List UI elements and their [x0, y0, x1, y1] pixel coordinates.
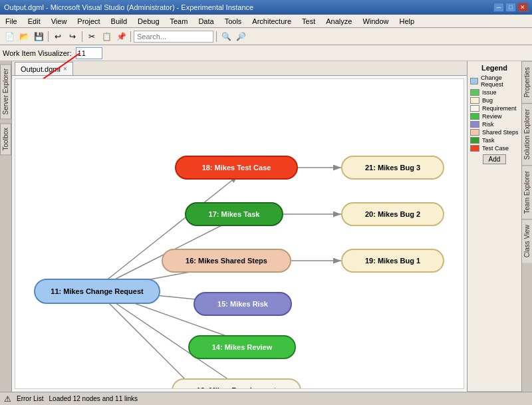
legend-item-label: Task [482, 137, 495, 144]
close-button[interactable]: ✕ [517, 3, 528, 12]
menu-analyze[interactable]: Analyze [323, 17, 354, 26]
toolbar-zoom-out[interactable]: 🔎 [234, 30, 247, 43]
menu-data[interactable]: Data [196, 17, 216, 26]
legend-color-swatch [470, 97, 479, 104]
toolbar-sep-3 [130, 31, 131, 42]
output-dgml-tab[interactable]: Output.dgml × [15, 62, 73, 75]
toolbar-sep-2 [82, 31, 82, 42]
minimize-button[interactable]: ─ [493, 3, 504, 12]
legend-item: Risk [470, 121, 519, 128]
error-list-icon: ⚠ [4, 394, 11, 404]
toolbar-sep-4 [216, 31, 217, 42]
class-view-tab[interactable]: Class View [522, 219, 532, 263]
legend-color-swatch [470, 113, 479, 120]
legend-item-label: Risk [482, 121, 494, 128]
status-message: Loaded 12 nodes and 11 links [49, 395, 138, 402]
toolbar-open[interactable]: 📂 [17, 30, 31, 43]
menu-help[interactable]: Help [397, 17, 418, 26]
title-text: Output.dgml - Microsoft Visual Studio (A… [4, 3, 253, 11]
legend-item-label: Issue [482, 89, 497, 96]
legend-item-label: Bug [482, 97, 493, 104]
legend-color-swatch [470, 129, 479, 136]
title-bar: Output.dgml - Microsoft Visual Studio (A… [0, 0, 532, 15]
visualizer-input[interactable] [76, 47, 102, 59]
node-n14[interactable]: 14: Mikes Review [188, 335, 296, 359]
node-n11[interactable]: 11: Mikes Change Request [34, 279, 160, 304]
menu-edit[interactable]: Edit [25, 17, 43, 26]
legend-color-swatch [470, 137, 479, 144]
left-sidebar: Server Explorer Toolbox [0, 61, 12, 392]
tab-bar: Output.dgml × [12, 61, 467, 76]
legend-item: Requirement [470, 105, 519, 112]
legend-panel: Legend Change RequestIssueBugRequirement… [467, 61, 521, 392]
node-n21[interactable]: 21: Mikes Bug 3 [341, 156, 444, 180]
toolbar-search[interactable] [134, 31, 213, 43]
node-n17[interactable]: 17: Mikes Task [185, 202, 283, 226]
legend-item-label: Review [482, 113, 502, 120]
menu-debug[interactable]: Debug [135, 17, 162, 26]
node-n19[interactable]: 19: Mikes Bug 1 [341, 249, 444, 273]
legend-add-button[interactable]: Add [483, 154, 507, 164]
node-n18[interactable]: 18: Mikes Test Case [175, 156, 298, 180]
node-n15[interactable]: 15: Mikes Risk [194, 292, 292, 316]
menu-window[interactable]: Window [360, 17, 391, 26]
main-container: Server Explorer Toolbox Output.dgml × [0, 61, 532, 392]
menu-architecture[interactable]: Architecture [249, 17, 294, 26]
menu-team[interactable]: Team [168, 17, 191, 26]
toolbar-copy[interactable]: 📋 [100, 30, 113, 43]
legend-title: Legend [470, 64, 519, 72]
maximize-button[interactable]: □ [505, 3, 516, 12]
legend-item: Bug [470, 97, 519, 104]
legend-items: Change RequestIssueBugRequirementReviewR… [470, 74, 519, 152]
tab-label: Output.dgml [21, 65, 61, 73]
legend-item: Issue [470, 89, 519, 96]
menu-build[interactable]: Build [108, 17, 130, 26]
status-bar: ⚠ Error List Loaded 12 nodes and 11 link… [0, 392, 532, 405]
legend-item-label: Test Case [482, 145, 509, 152]
right-tabs: Properties Solution Explorer Team Explor… [521, 61, 532, 392]
toolbar-cut[interactable]: ✂ [85, 30, 98, 43]
node-n20[interactable]: 20: Mikes Bug 2 [341, 202, 444, 226]
legend-item: Review [470, 113, 519, 120]
team-explorer-tab[interactable]: Team Explorer [522, 165, 532, 219]
visualizer-label: Work Item Visualizer: [3, 49, 72, 57]
server-explorer-tab[interactable]: Server Explorer [0, 64, 11, 119]
legend-item-label: Requirement [482, 105, 517, 112]
node-n13[interactable]: 13: Mikes Requirement [172, 378, 301, 389]
toolbox-tab[interactable]: Toolbox [0, 123, 11, 155]
menu-file[interactable]: File [3, 17, 20, 26]
solution-explorer-tab[interactable]: Solution Explorer [522, 103, 532, 165]
legend-item: Task [470, 137, 519, 144]
toolbar-new[interactable]: 📄 [3, 30, 16, 43]
visualizer-bar: Work Item Visualizer: [0, 45, 532, 61]
menu-test[interactable]: Test [299, 17, 318, 26]
toolbar-sep-1 [48, 31, 49, 42]
node-n16[interactable]: 16: Mikes Shared Steps [162, 249, 291, 273]
legend-color-swatch [470, 78, 478, 84]
toolbar: 📄 📂 💾 ↩ ↪ ✂ 📋 📌 🔍 🔎 [0, 28, 532, 45]
toolbar-save[interactable]: 💾 [32, 30, 45, 43]
error-list-label[interactable]: Error List [17, 395, 44, 402]
menu-tools[interactable]: Tools [222, 17, 245, 26]
menu-bar: File Edit View Project Build Debug Team … [0, 15, 532, 28]
legend-color-swatch [470, 89, 479, 96]
legend-item: Change Request [470, 74, 519, 88]
menu-project[interactable]: Project [74, 17, 102, 26]
properties-tab[interactable]: Properties [522, 61, 532, 103]
menu-view[interactable]: View [49, 17, 70, 26]
legend-color-swatch [470, 105, 479, 112]
right-sidebar: Legend Change RequestIssueBugRequirement… [467, 61, 521, 392]
legend-color-swatch [470, 121, 479, 128]
tab-close-icon[interactable]: × [63, 65, 67, 72]
legend-item: Test Case [470, 145, 519, 152]
canvas-area[interactable]: 11: Mikes Change Request18: Mikes Test C… [15, 78, 464, 389]
toolbar-paste[interactable]: 📌 [114, 30, 128, 43]
toolbar-undo[interactable]: ↩ [51, 30, 65, 43]
window-controls: ─ □ ✕ [493, 3, 528, 12]
doc-area: Output.dgml × [12, 61, 467, 392]
legend-color-swatch [470, 145, 479, 152]
legend-item: Shared Steps [470, 129, 519, 136]
legend-item-label: Shared Steps [482, 129, 519, 136]
toolbar-redo[interactable]: ↪ [66, 30, 79, 43]
toolbar-zoom-in[interactable]: 🔍 [219, 30, 233, 43]
